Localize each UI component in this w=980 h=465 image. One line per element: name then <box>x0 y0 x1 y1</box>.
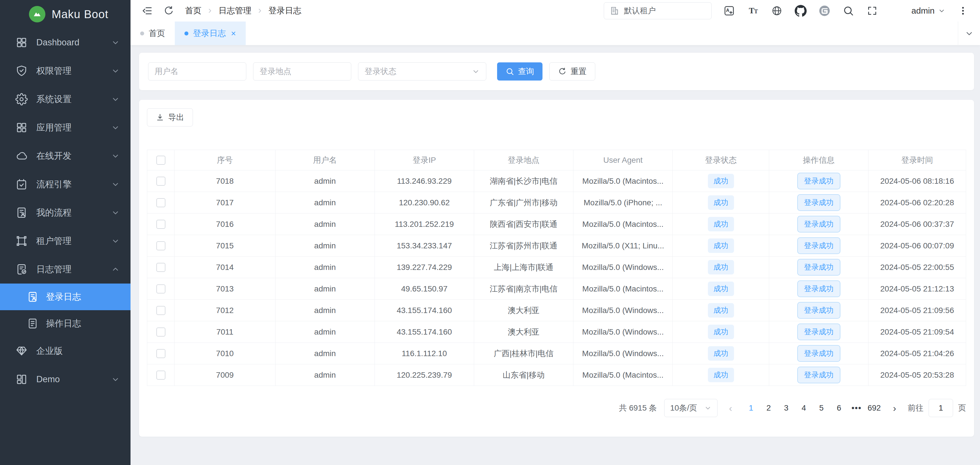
page-number[interactable]: 6 <box>832 402 846 414</box>
prev-page-button[interactable]: ‹ <box>725 403 736 414</box>
page-number[interactable]: 3 <box>779 402 794 414</box>
tenant-select[interactable]: 默认租户 <box>604 2 711 19</box>
row-checkbox[interactable] <box>156 220 165 229</box>
cell-ip: 116.1.112.10 <box>375 343 474 364</box>
username-input[interactable]: 用户名 <box>148 62 246 81</box>
translate-button[interactable]: A <box>723 5 735 17</box>
login-status-select[interactable]: 登录状态 <box>358 62 486 81</box>
reset-button[interactable]: 重置 <box>549 62 595 81</box>
cell-user-agent: Mozilla/5.0 (Macintos... <box>573 214 673 235</box>
chevron-down-icon <box>111 375 120 384</box>
cell-time: 2024-05-05 21:04:26 <box>869 343 966 364</box>
sidebar-item-my-workflow[interactable]: 我的流程 <box>0 198 130 227</box>
sidebar-item-operation-log[interactable]: 操作日志 <box>0 310 130 337</box>
translate-icon: A <box>723 5 735 17</box>
page-number[interactable]: 5 <box>814 402 829 414</box>
sidebar-item-permissions[interactable]: 权限管理 <box>0 57 130 85</box>
page-size-select[interactable]: 10条/页 <box>664 399 718 417</box>
cell-user-agent: Mozilla/5.0 (Windows... <box>573 257 673 278</box>
row-checkbox[interactable] <box>156 349 165 358</box>
tab-home[interactable]: 首页 <box>130 22 175 45</box>
row-checkbox[interactable] <box>156 198 165 207</box>
cell-id: 7011 <box>175 321 275 343</box>
row-checkbox[interactable] <box>156 371 165 380</box>
page-number[interactable]: 692 <box>867 402 881 414</box>
column-header-location: 登录地点 <box>474 150 573 170</box>
export-button[interactable]: 导出 <box>147 108 193 127</box>
table-row: 7012 admin 43.155.174.160 澳大利亚 Mozilla/5… <box>147 300 966 321</box>
content: 用户名 登录地点 登录状态 查询 重置 <box>130 45 980 465</box>
font-size-button[interactable]: TT <box>747 5 759 17</box>
page-number[interactable]: 2 <box>761 402 776 414</box>
sidebar-item-enterprise[interactable]: 企业版 <box>0 337 130 365</box>
cell-message: 登录成功 <box>769 300 869 321</box>
cell-status: 成功 <box>673 364 769 386</box>
apps-icon <box>15 121 28 134</box>
tab-close-icon[interactable]: × <box>231 29 236 38</box>
tab-bar: 首页 登录日志 × <box>130 22 980 45</box>
svg-text:T: T <box>749 6 755 15</box>
kebab-menu-icon <box>958 6 968 16</box>
page-number[interactable]: 1 <box>744 402 759 414</box>
row-checkbox[interactable] <box>156 327 165 336</box>
row-checkbox[interactable] <box>156 241 165 250</box>
chevron-up-icon <box>111 265 120 274</box>
chevron-down-icon <box>111 95 120 103</box>
language-button[interactable] <box>771 5 783 17</box>
sidebar-collapse-button[interactable] <box>141 5 153 16</box>
chevron-down-icon <box>938 7 945 14</box>
message-badge: 登录成功 <box>797 237 840 254</box>
sidebar-item-demo[interactable]: Demo <box>0 365 130 394</box>
search-button[interactable] <box>842 5 854 17</box>
sidebar-item-login-log[interactable]: 登录日志 <box>0 284 130 310</box>
cell-location: 澳大利亚 <box>474 300 573 321</box>
row-checkbox[interactable] <box>156 263 165 272</box>
cell-status: 成功 <box>673 170 769 192</box>
cell-message: 登录成功 <box>769 257 869 278</box>
select-all-checkbox[interactable] <box>156 156 165 165</box>
status-badge: 成功 <box>708 260 734 275</box>
cell-ip: 49.65.150.97 <box>375 278 474 300</box>
gitee-button[interactable] <box>818 5 831 17</box>
sidebar-item-workflow-engine[interactable]: 流程引擎 <box>0 170 130 198</box>
cell-ip: 139.227.74.229 <box>375 257 474 278</box>
message-badge: 登录成功 <box>797 367 840 383</box>
status-badge: 成功 <box>708 195 734 210</box>
refresh-button[interactable] <box>164 5 174 16</box>
sidebar-item-app-management[interactable]: 应用管理 <box>0 113 130 142</box>
sidebar-item-tenant-management[interactable]: 租户管理 <box>0 227 130 255</box>
more-settings-button[interactable] <box>957 5 969 17</box>
row-select-cell <box>147 214 175 235</box>
cell-user-agent: Mozilla/5.0 (iPhone; ... <box>573 192 673 214</box>
page-number[interactable]: 4 <box>796 402 811 414</box>
fullscreen-button[interactable] <box>866 5 878 17</box>
status-badge: 成功 <box>708 325 734 339</box>
row-checkbox[interactable] <box>156 306 165 315</box>
sidebar-item-online-dev[interactable]: 在线开发 <box>0 142 130 170</box>
chevron-down-icon <box>111 237 120 245</box>
breadcrumb-log-management[interactable]: 日志管理 <box>218 5 251 16</box>
sidebar-item-dashboard[interactable]: Dashboard <box>0 29 130 57</box>
message-badge: 登录成功 <box>797 259 840 276</box>
next-page-button[interactable]: › <box>889 403 900 414</box>
cell-ip: 113.246.93.229 <box>375 170 474 192</box>
clipboard-check-icon <box>15 178 28 190</box>
frame-icon <box>15 235 28 247</box>
cell-message: 登录成功 <box>769 192 869 214</box>
app-logo[interactable]: Maku Boot <box>0 0 130 29</box>
row-checkbox[interactable] <box>156 284 165 294</box>
github-button[interactable] <box>794 5 807 17</box>
goto-page-input[interactable]: 1 <box>929 399 953 417</box>
table-row: 7016 admin 113.201.252.219 陕西省|西安市|联通 Mo… <box>147 214 966 235</box>
page-number[interactable]: ••• <box>849 402 864 414</box>
sidebar-item-system-settings[interactable]: 系统设置 <box>0 85 130 113</box>
sidebar-item-log-management[interactable]: 日志管理 <box>0 255 130 284</box>
tab-list-dropdown[interactable] <box>958 22 980 45</box>
query-button[interactable]: 查询 <box>497 62 542 81</box>
user-menu[interactable]: admin <box>886 3 945 19</box>
breadcrumb-home[interactable]: 首页 <box>185 5 202 16</box>
login-location-input[interactable]: 登录地点 <box>253 62 351 81</box>
tab-login-log[interactable]: 登录日志 × <box>175 22 246 45</box>
row-checkbox[interactable] <box>156 177 165 186</box>
breadcrumb: 首页 日志管理 登录日志 <box>185 5 301 16</box>
